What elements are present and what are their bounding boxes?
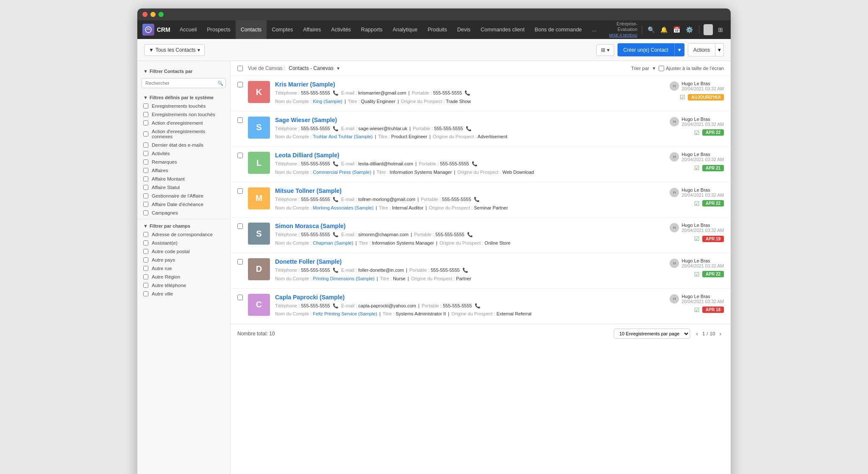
filter-deal-status-check[interactable] bbox=[143, 185, 148, 190]
filter-action-related[interactable]: Action d'enregistrements connexes bbox=[137, 127, 230, 141]
filter-deal-deadline[interactable]: Affaire Date d'échéance bbox=[137, 200, 230, 209]
contact-name[interactable]: Capla Paprocki (Sample) bbox=[275, 294, 643, 301]
actions-button[interactable]: Actions bbox=[688, 43, 715, 56]
contact-name[interactable]: Mitsue Tollner (Sample) bbox=[275, 187, 643, 194]
filter-action[interactable]: Action d'enregistrement bbox=[137, 119, 230, 127]
filter-assistant[interactable]: Assistant(e) bbox=[137, 239, 230, 247]
prev-page-button[interactable]: ‹ bbox=[693, 329, 701, 338]
per-page-select[interactable]: 10 Enregistrements par page 25 Enregistr… bbox=[614, 329, 690, 339]
filter-notes-check[interactable] bbox=[143, 159, 148, 165]
filter-other-region[interactable]: Autre Région bbox=[137, 273, 230, 281]
filter-address-check[interactable] bbox=[143, 232, 148, 237]
create-contact-dropdown[interactable]: ▾ bbox=[674, 43, 684, 56]
contact-name[interactable]: Simon Morasca (Sample) bbox=[275, 223, 643, 229]
filter-deal-manager-check[interactable] bbox=[143, 193, 148, 198]
nav-contacts[interactable]: Contacts bbox=[236, 20, 267, 39]
adjust-label[interactable]: Ajuster à la taille de l'écran bbox=[659, 66, 724, 71]
filter-other-postal-check[interactable] bbox=[143, 249, 148, 254]
calendar-icon[interactable]: 📅 bbox=[672, 24, 682, 36]
filter-other-city[interactable]: Autre ville bbox=[137, 290, 230, 298]
card-tag: ☑ APR 22 bbox=[694, 129, 724, 136]
canvas-view-selector[interactable]: Contacts - Canevas bbox=[289, 65, 333, 71]
filter-deals-check[interactable] bbox=[143, 168, 148, 173]
filter-other-phone[interactable]: Autre téléphone bbox=[137, 281, 230, 290]
filter-search-input[interactable] bbox=[142, 78, 226, 88]
upgrade-link[interactable]: MISE À NIVEAU bbox=[609, 33, 637, 37]
filter-other-street-check[interactable] bbox=[143, 266, 148, 271]
filter-activities-check[interactable] bbox=[143, 151, 148, 156]
nav-more[interactable]: ... bbox=[587, 20, 601, 39]
contact-name[interactable]: Leota Dilliard (Sample) bbox=[275, 152, 643, 159]
filter-activities[interactable]: Activités bbox=[137, 149, 230, 158]
next-page-button[interactable]: › bbox=[717, 329, 724, 338]
filter-email-state[interactable]: Dernier état des e-mails bbox=[137, 141, 230, 149]
nav-accueil[interactable]: Accueil bbox=[175, 20, 202, 39]
user-avatar[interactable] bbox=[704, 24, 713, 35]
filter-deal-deadline-check[interactable] bbox=[143, 202, 148, 207]
actions-dropdown[interactable]: ▾ bbox=[715, 43, 724, 56]
card-checkbox-0[interactable] bbox=[237, 81, 243, 89]
card-details: Téléphone : 555-555-5555 📞 E-mail : sage… bbox=[275, 125, 643, 142]
search-icon[interactable]: 🔍 bbox=[646, 24, 657, 36]
nav-rapports[interactable]: Rapports bbox=[356, 20, 388, 39]
sort-dropdown-icon[interactable]: ▾ bbox=[653, 65, 655, 71]
filter-other-region-check[interactable] bbox=[143, 274, 148, 279]
settings-icon[interactable]: ⚙️ bbox=[684, 24, 695, 36]
filter-touched[interactable]: Enregistrements touchés bbox=[137, 102, 230, 110]
filter-other-city-check[interactable] bbox=[143, 291, 148, 296]
filter-other-street[interactable]: Autre rue bbox=[137, 264, 230, 273]
nav-activites[interactable]: Activités bbox=[326, 20, 356, 39]
filter-deal-amount[interactable]: Affaire Montant bbox=[137, 175, 230, 183]
card-tag: ☑ APR 22 bbox=[694, 200, 724, 207]
filter-touched-check[interactable] bbox=[143, 103, 148, 109]
contact-name[interactable]: Kris Marrier (Sample) bbox=[275, 81, 643, 88]
card-checkbox-2[interactable] bbox=[237, 152, 243, 159]
filter-campaigns-check[interactable] bbox=[143, 210, 148, 215]
card-checkbox-1[interactable] bbox=[237, 117, 243, 124]
filter-action-related-check[interactable] bbox=[143, 131, 148, 137]
filter-campaigns[interactable]: Campagnes bbox=[137, 209, 230, 217]
filter-action-check[interactable] bbox=[143, 120, 148, 125]
create-contact-button[interactable]: Créer un(e) Contact bbox=[618, 43, 674, 56]
filter-untouched[interactable]: Enregistrements non touchés bbox=[137, 110, 230, 119]
view-toggle[interactable]: ⊞ ▾ bbox=[596, 44, 614, 56]
bell-icon[interactable]: 🔔 bbox=[659, 24, 669, 36]
card-checkbox-5[interactable] bbox=[237, 258, 243, 266]
contact-name[interactable]: Sage Wieser (Sample) bbox=[275, 117, 643, 123]
filter-other-country[interactable]: Autre pays bbox=[137, 256, 230, 264]
filter-deal-manager[interactable]: Gestionnaire de l'Affaire bbox=[137, 192, 230, 200]
filter-other-phone-check[interactable] bbox=[143, 283, 148, 288]
nav-comptes[interactable]: Comptes bbox=[267, 20, 298, 39]
filter-deals[interactable]: Affaires bbox=[137, 166, 230, 175]
select-all-checkbox[interactable] bbox=[237, 66, 243, 71]
nav-bons[interactable]: Bons de commande bbox=[530, 20, 587, 39]
filter-button[interactable]: ▼ Tous les Contacts ▾ bbox=[144, 44, 205, 56]
filter-action-related-label: Action d'enregistrements connexes bbox=[152, 129, 224, 139]
minimize-dot[interactable] bbox=[150, 12, 156, 17]
filter-other-country-check[interactable] bbox=[143, 257, 148, 262]
card-checkbox-6[interactable] bbox=[237, 294, 243, 301]
contact-name[interactable]: Donette Foller (Sample) bbox=[275, 258, 643, 265]
nav-commandes[interactable]: Commandes client bbox=[476, 20, 530, 39]
filter-deal-status[interactable]: Affaire Statut bbox=[137, 183, 230, 192]
card-checkbox-4[interactable] bbox=[237, 223, 243, 230]
filter-deal-amount-check[interactable] bbox=[143, 176, 148, 181]
filter-email-state-check[interactable] bbox=[143, 142, 148, 148]
filter-address[interactable]: Adresse de correspondance bbox=[137, 230, 230, 239]
nav-affaires[interactable]: Affaires bbox=[298, 20, 326, 39]
app-window: CRM Accueil Prospects Contacts Comptes A… bbox=[137, 8, 731, 474]
card-checkbox-3[interactable] bbox=[237, 187, 243, 195]
filter-notes[interactable]: Remarques bbox=[137, 158, 230, 166]
grid-icon[interactable]: ⊞ bbox=[715, 24, 726, 36]
canvas-dropdown-icon[interactable]: ▾ bbox=[337, 65, 339, 71]
close-dot[interactable] bbox=[142, 12, 147, 17]
filter-other-postal[interactable]: Autre code postal bbox=[137, 247, 230, 256]
nav-devis[interactable]: Devis bbox=[452, 20, 476, 39]
filter-untouched-check[interactable] bbox=[143, 112, 148, 117]
nav-analytique[interactable]: Analytique bbox=[388, 20, 423, 39]
nav-prospects[interactable]: Prospects bbox=[202, 20, 236, 39]
maximize-dot[interactable] bbox=[159, 12, 164, 17]
nav-produits[interactable]: Produits bbox=[423, 20, 452, 39]
filter-assistant-check[interactable] bbox=[143, 240, 148, 245]
adjust-checkbox[interactable] bbox=[659, 66, 664, 71]
